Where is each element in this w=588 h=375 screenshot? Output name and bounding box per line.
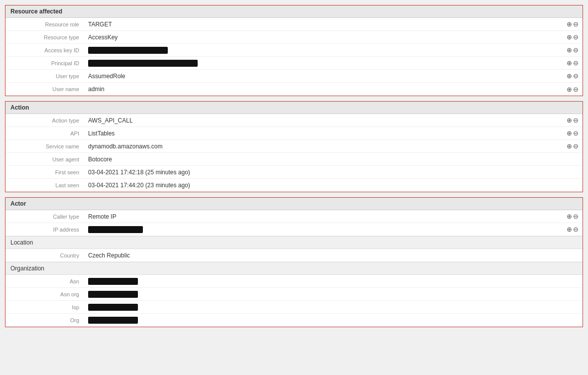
user-name-label: User name <box>5 84 85 94</box>
action-type-icons[interactable]: ⊕ ⊖ <box>558 117 583 124</box>
zoom-in-icon[interactable]: ⊕ <box>567 142 572 150</box>
principal-id-label: Principal ID <box>5 58 85 68</box>
user-type-row: User type AssumedRole ⊕ ⊖ <box>5 70 583 83</box>
zoom-out-icon[interactable]: ⊖ <box>573 59 579 67</box>
org-redacted <box>88 317 138 324</box>
resource-role-label: Resource role <box>5 19 85 29</box>
principal-id-icons[interactable]: ⊕ ⊖ <box>558 59 583 67</box>
ip-address-value <box>85 224 558 235</box>
zoom-out-icon[interactable]: ⊖ <box>573 226 579 233</box>
resource-type-value: AccessKey <box>85 32 558 43</box>
resource-affected-header: Resource affected <box>5 5 583 18</box>
resource-type-icons[interactable]: ⊕ ⊖ <box>558 33 583 41</box>
actor-header: Actor <box>5 198 583 210</box>
api-row: API ListTables ⊕ ⊖ <box>5 127 583 140</box>
resource-type-row: Resource type AccessKey ⊕ ⊖ <box>5 31 583 44</box>
action-header: Action <box>5 102 583 114</box>
principal-id-row: Principal ID ⊕ ⊖ <box>5 57 583 70</box>
access-key-id-value <box>85 44 558 56</box>
resource-affected-panel: Resource affected Resource role TARGET ⊕… <box>5 5 583 96</box>
zoom-out-icon[interactable]: ⊖ <box>573 117 579 124</box>
first-seen-value: 03-04-2021 17:42:18 (25 minutes ago) <box>85 167 558 178</box>
zoom-in-icon[interactable]: ⊕ <box>567 46 572 54</box>
caller-type-icons[interactable]: ⊕ ⊖ <box>558 213 583 220</box>
action-type-value: AWS_API_CALL <box>85 115 558 126</box>
zoom-out-icon[interactable]: ⊖ <box>573 20 579 28</box>
service-name-label: Service name <box>5 141 85 151</box>
isp-row: Isp ⊕⊖ <box>5 301 583 314</box>
user-name-icons[interactable]: ⊕ ⊖ <box>558 86 583 93</box>
api-icons[interactable]: ⊕ ⊖ <box>558 129 583 137</box>
ip-address-icons[interactable]: ⊕ ⊖ <box>558 226 583 233</box>
action-type-row: Action type AWS_API_CALL ⊕ ⊖ <box>5 114 583 127</box>
location-header: Location <box>5 236 583 249</box>
asn-org-redacted <box>88 291 138 298</box>
country-row: Country Czech Republic ⊕⊖ <box>5 249 583 262</box>
service-name-icons[interactable]: ⊕ ⊖ <box>558 142 583 150</box>
zoom-in-icon[interactable]: ⊕ <box>567 117 572 124</box>
ip-address-label: IP address <box>5 225 85 235</box>
asn-label: Asn <box>5 276 85 286</box>
zoom-out-icon[interactable]: ⊖ <box>573 46 579 54</box>
organization-header: Organization <box>5 262 583 275</box>
user-agent-label: User agent <box>5 154 85 164</box>
access-key-id-row: Access key ID ⊕ ⊖ <box>5 44 583 57</box>
org-value <box>85 315 558 326</box>
principal-id-value <box>85 57 558 69</box>
zoom-out-icon[interactable]: ⊖ <box>573 86 579 93</box>
api-value: ListTables <box>85 128 558 139</box>
actor-panel: Actor Caller type Remote IP ⊕ ⊖ IP addre… <box>5 197 583 327</box>
resource-role-row: Resource role TARGET ⊕ ⊖ <box>5 18 583 31</box>
zoom-out-icon[interactable]: ⊖ <box>573 142 579 150</box>
asn-org-label: Asn org <box>5 289 85 299</box>
action-type-label: Action type <box>5 116 85 125</box>
action-panel: Action Action type AWS_API_CALL ⊕ ⊖ API … <box>5 101 583 192</box>
zoom-in-icon[interactable]: ⊕ <box>567 72 572 80</box>
user-type-icons[interactable]: ⊕ ⊖ <box>558 72 583 80</box>
last-seen-value: 03-04-2021 17:44:20 (23 minutes ago) <box>85 180 558 191</box>
org-label: Org <box>5 315 85 325</box>
zoom-in-icon[interactable]: ⊕ <box>567 59 572 67</box>
resource-role-value: TARGET <box>85 19 558 30</box>
asn-row: Asn ⊕⊖ <box>5 275 583 288</box>
access-key-id-redacted <box>88 47 168 54</box>
resource-role-icons[interactable]: ⊕ ⊖ <box>558 20 583 28</box>
user-name-row: User name admin ⊕ ⊖ <box>5 83 583 96</box>
zoom-out-icon[interactable]: ⊖ <box>573 33 579 41</box>
zoom-in-icon[interactable]: ⊕ <box>567 226 572 233</box>
isp-redacted <box>88 304 138 311</box>
access-key-id-icons[interactable]: ⊕ ⊖ <box>558 46 583 54</box>
ip-address-row: IP address ⊕ ⊖ <box>5 223 583 236</box>
caller-type-row: Caller type Remote IP ⊕ ⊖ <box>5 210 583 223</box>
isp-value <box>85 301 558 313</box>
user-agent-row: User agent Botocore ⊕⊖ <box>5 153 583 166</box>
zoom-in-icon[interactable]: ⊕ <box>567 20 572 28</box>
resource-type-label: Resource type <box>5 32 85 42</box>
zoom-out-icon[interactable]: ⊖ <box>573 129 579 137</box>
access-key-id-label: Access key ID <box>5 45 85 55</box>
caller-type-label: Caller type <box>5 212 85 222</box>
last-seen-label: Last seen <box>5 180 85 190</box>
user-name-value: admin <box>85 84 558 95</box>
user-agent-value: Botocore <box>85 154 558 165</box>
zoom-in-icon[interactable]: ⊕ <box>567 86 572 93</box>
country-label: Country <box>5 250 85 260</box>
asn-org-value <box>85 288 558 300</box>
asn-redacted <box>88 278 138 285</box>
user-type-value: AssumedRole <box>85 71 558 82</box>
asn-value <box>85 275 558 287</box>
zoom-in-icon[interactable]: ⊕ <box>567 213 572 220</box>
asn-org-row: Asn org ⊕⊖ <box>5 288 583 301</box>
isp-label: Isp <box>5 302 85 312</box>
caller-type-value: Remote IP <box>85 211 558 222</box>
zoom-in-icon[interactable]: ⊕ <box>567 33 572 41</box>
zoom-out-icon[interactable]: ⊖ <box>573 213 579 220</box>
zoom-in-icon[interactable]: ⊕ <box>567 129 572 137</box>
service-name-value: dynamodb.amazonaws.com <box>85 141 558 152</box>
zoom-out-icon[interactable]: ⊖ <box>573 72 579 80</box>
user-type-label: User type <box>5 71 85 81</box>
principal-id-redacted <box>88 60 198 67</box>
org-row: Org ⊕⊖ <box>5 314 583 327</box>
ip-address-redacted <box>88 226 143 233</box>
first-seen-row: First seen 03-04-2021 17:42:18 (25 minut… <box>5 166 583 179</box>
